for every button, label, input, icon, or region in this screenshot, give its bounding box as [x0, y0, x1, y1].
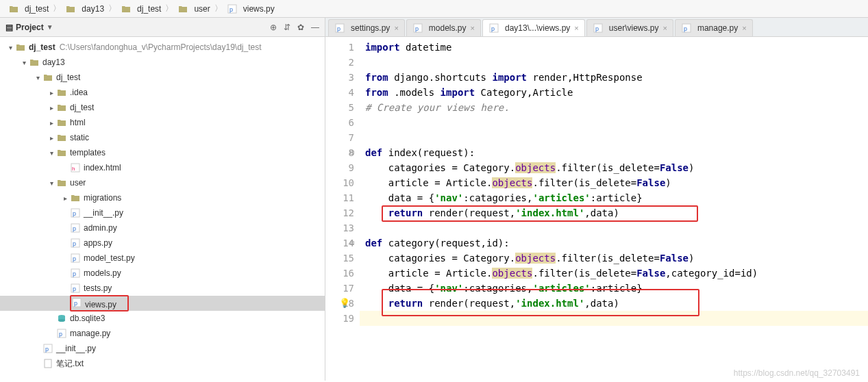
tree-label: db.sqlite3 [70, 314, 105, 323]
tree-node--idea[interactable]: ▸.idea [0, 85, 325, 100]
breadcrumb-item[interactable]: dj_test [118, 3, 164, 14]
tree-node-manage-py[interactable]: pmanage.py [0, 326, 325, 341]
code-line[interactable]: from django.shortcuts import render,Http… [360, 70, 868, 85]
folder-icon [56, 102, 67, 113]
tree-node-models-py[interactable]: pmodels.py [0, 266, 325, 281]
tab-label: models.py [429, 23, 467, 33]
breadcrumb-item[interactable]: dj_test [5, 3, 51, 14]
code-line[interactable]: data = {'nav':catagories,'articles':arti… [360, 190, 868, 205]
tree-label: static [70, 133, 89, 142]
folder-icon [8, 3, 19, 14]
token: False [636, 268, 665, 279]
gear-icon[interactable]: ✿ [297, 23, 304, 32]
tree-node-dj-test[interactable]: ▾dj_test [0, 70, 325, 85]
tree-node-static[interactable]: ▸static [0, 130, 325, 145]
tree-node-migrations[interactable]: ▸migrations [0, 190, 325, 205]
tree-node-user[interactable]: ▾user [0, 175, 325, 190]
twisty-icon[interactable]: ▾ [33, 74, 42, 81]
editor-tabs: psettings.py×pmodels.py×pday13\...\views… [325, 18, 868, 37]
breadcrumb: dj_test〉day13〉dj_test〉user〉pviews.py [0, 0, 868, 18]
code-line[interactable]: ⊟def category(request,id): [360, 235, 868, 251]
close-icon[interactable]: × [394, 24, 398, 32]
token: 'nav' [434, 192, 463, 203]
intention-bulb-icon[interactable]: 💡 [339, 296, 350, 311]
tree-node-db-sqlite3[interactable]: db.sqlite3 [0, 311, 325, 326]
breadcrumb-item[interactable]: pviews.py [224, 3, 277, 14]
code-line[interactable] [360, 55, 868, 70]
token: .models [394, 87, 440, 98]
code-line[interactable]: article = Article.objects.filter(is_dele… [360, 266, 868, 281]
code-line[interactable] [360, 115, 868, 130]
tree-node-model-test-py[interactable]: pmodel_test.py [0, 251, 325, 266]
target-icon[interactable]: ⊕ [270, 23, 277, 32]
tree-node-index-html[interactable]: hindex.html [0, 160, 325, 175]
tree-node-dj-test[interactable]: ▸dj_test [0, 100, 325, 115]
fold-icon[interactable]: ⊟ [350, 145, 354, 160]
code-line[interactable]: from .models import Category,Article [360, 85, 868, 100]
close-icon[interactable]: × [742, 24, 746, 32]
close-icon[interactable]: × [471, 24, 475, 32]
py-icon: p [593, 23, 604, 34]
editor-tab[interactable]: pmodels.py× [406, 19, 481, 36]
code-line[interactable]: catagories = Category.objects.filter(is_… [360, 160, 868, 175]
tree-node---init---py[interactable]: p__init__.py [0, 205, 325, 220]
code-line[interactable] [360, 130, 868, 145]
folder-icon [56, 117, 67, 128]
tree-node-tests-py[interactable]: ptests.py [0, 281, 325, 296]
svg-text:p: p [73, 225, 76, 232]
editor-tab[interactable]: pday13\...\views.py× [482, 19, 585, 36]
html-icon: h [70, 162, 81, 173]
py-icon: p [412, 23, 423, 34]
tree-label: apps.py [84, 238, 112, 248]
tree-node----txt[interactable]: 笔记.txt [0, 356, 325, 371]
token: .filter(is_delete= [532, 177, 636, 188]
breadcrumb-sep: 〉 [108, 3, 116, 14]
tree-node-admin-py[interactable]: padmin.py [0, 220, 325, 235]
line-number: 11 [325, 190, 354, 205]
code-line[interactable]: # Create your views here. [360, 100, 868, 115]
fold-icon[interactable]: ⊟ [350, 235, 354, 251]
breadcrumb-item[interactable]: user [175, 3, 212, 14]
close-icon[interactable]: × [574, 24, 578, 32]
tree-node-templates[interactable]: ▾templates [0, 145, 325, 160]
collapse-icon[interactable]: ⇵ [284, 23, 290, 32]
tree-node-dj-test[interactable]: ▾dj_testC:\Users\fandonghua_v\PycharmPro… [0, 40, 325, 55]
twisty-icon[interactable]: ▾ [19, 59, 29, 66]
folder-icon [42, 72, 53, 83]
twisty-icon[interactable]: ▸ [47, 104, 56, 112]
svg-text:h: h [72, 166, 75, 172]
token: index(request): [388, 147, 475, 158]
code-content[interactable]: import datetimefrom django.shortcuts imp… [360, 37, 868, 381]
token: category(request,id): [388, 238, 510, 249]
tree-label: __init__.py [56, 344, 96, 353]
tree-node---init---py[interactable]: p__init__.py [0, 341, 325, 356]
tree-node-views-py[interactable]: pviews.py [0, 296, 325, 311]
editor-tab[interactable]: pmanage.py× [675, 19, 753, 36]
svg-text:p: p [73, 210, 76, 217]
twisty-icon[interactable]: ▸ [47, 119, 56, 127]
editor-tab[interactable]: psettings.py× [328, 19, 405, 36]
project-tree[interactable]: ▾dj_testC:\Users\fandonghua_v\PycharmPro… [0, 37, 325, 381]
sidebar-title[interactable]: ▤ Project ▼ [5, 23, 53, 32]
tree-node-day13[interactable]: ▾day13 [0, 55, 325, 70]
twisty-icon[interactable]: ▾ [5, 44, 15, 51]
editor-tab[interactable]: puser\views.py× [586, 19, 673, 36]
code-area[interactable]: 12345678910111213141516171819 import dat… [325, 37, 868, 381]
hide-icon[interactable]: — [311, 23, 319, 32]
twisty-icon[interactable]: ▸ [47, 89, 56, 97]
twisty-icon[interactable]: ▸ [60, 194, 70, 202]
twisty-icon[interactable]: ▸ [47, 134, 56, 142]
twisty-icon[interactable]: ▾ [47, 179, 56, 187]
tree-node-apps-py[interactable]: papps.py [0, 235, 325, 251]
py-icon: p [70, 207, 81, 218]
code-line[interactable]: import datetime [360, 40, 868, 55]
code-line[interactable] [360, 220, 868, 235]
code-line[interactable]: catagories = Category.objects.filter(is_… [360, 251, 868, 266]
breadcrumb-item[interactable]: day13 [62, 3, 107, 14]
code-line[interactable]: article = Article.objects.filter(is_dele… [360, 175, 868, 190]
close-icon[interactable]: × [662, 24, 667, 32]
py-icon: p [70, 283, 81, 294]
tree-node-html[interactable]: ▸html [0, 115, 325, 130]
twisty-icon[interactable]: ▾ [47, 149, 56, 157]
code-line[interactable]: ⊟def index(request): [360, 145, 868, 160]
